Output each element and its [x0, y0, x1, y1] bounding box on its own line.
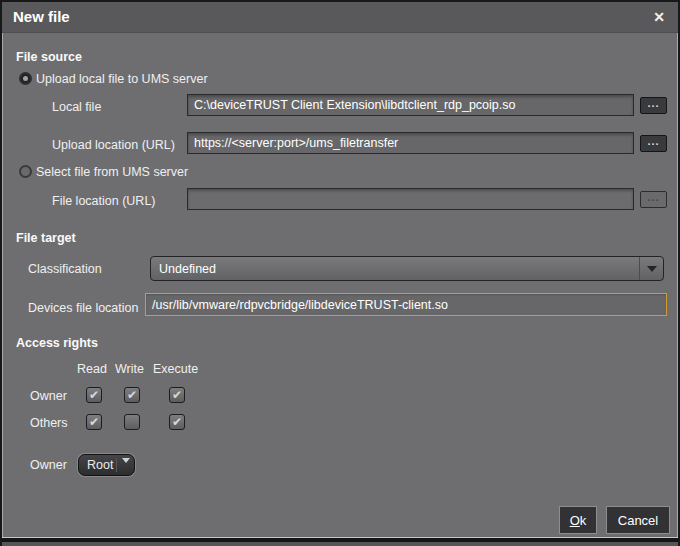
owner-select-label: Owner — [30, 458, 67, 472]
others-execute-checkbox[interactable] — [169, 414, 185, 430]
upload-location-input[interactable]: https://<server:port>/ums_filetransfer — [187, 132, 634, 154]
classification-dropdown[interactable]: Undefined — [150, 256, 664, 281]
new-file-dialog: New file ✕ File source Upload local file… — [0, 0, 680, 546]
upload-location-label: Upload location (URL) — [52, 138, 175, 152]
column-header-read: Read — [77, 362, 107, 376]
classification-dropdown-arrow[interactable] — [639, 257, 663, 280]
chevron-down-icon — [647, 266, 657, 272]
owner-row-label: Owner — [30, 389, 67, 403]
close-icon[interactable]: ✕ — [649, 7, 669, 27]
upload-local-radio[interactable] — [19, 72, 32, 85]
dialog-title: New file — [13, 8, 70, 25]
titlebar[interactable]: New file ✕ — [2, 2, 678, 33]
file-source-section-label: File source — [16, 50, 82, 64]
upload-local-radio-label[interactable]: Upload local file to UMS server — [36, 72, 208, 86]
chevron-down-icon — [122, 463, 130, 477]
others-read-checkbox[interactable] — [86, 414, 102, 430]
devices-file-location-label: Devices file location — [28, 301, 138, 315]
owner-select-value: Root — [87, 458, 113, 472]
owner-select-dropdown[interactable]: Root — [78, 454, 135, 476]
others-write-checkbox[interactable] — [124, 414, 140, 430]
access-rights-section-label: Access rights — [16, 336, 98, 350]
owner-write-checkbox[interactable] — [124, 387, 140, 403]
local-file-label: Local file — [52, 100, 101, 114]
column-header-write: Write — [115, 362, 144, 376]
file-location-label: File location (URL) — [52, 194, 156, 208]
file-location-input[interactable] — [187, 188, 634, 210]
select-ums-radio-label[interactable]: Select file from UMS server — [36, 165, 188, 179]
owner-read-checkbox[interactable] — [86, 387, 102, 403]
file-target-section-label: File target — [16, 231, 76, 245]
dropdown-separator — [116, 458, 117, 472]
classification-label: Classification — [28, 262, 102, 276]
cancel-button[interactable]: Cancel — [606, 506, 670, 534]
file-location-browse-button: ... — [640, 191, 667, 208]
column-header-execute: Execute — [153, 362, 198, 376]
owner-execute-checkbox[interactable] — [169, 387, 185, 403]
devices-file-location-input[interactable]: /usr/lib/vmware/rdpvcbridge/libdeviceTRU… — [145, 293, 667, 316]
local-file-browse-button[interactable]: ... — [640, 97, 667, 114]
select-ums-radio[interactable] — [19, 165, 32, 178]
others-row-label: Others — [30, 416, 68, 430]
local-file-input[interactable]: C:\deviceTRUST Client Extension\libdtcli… — [187, 94, 634, 116]
ok-button[interactable]: Ok — [559, 506, 597, 534]
upload-location-browse-button[interactable]: ... — [640, 135, 667, 152]
classification-value: Undefined — [159, 262, 216, 276]
frame-gray-edge — [2, 542, 678, 546]
